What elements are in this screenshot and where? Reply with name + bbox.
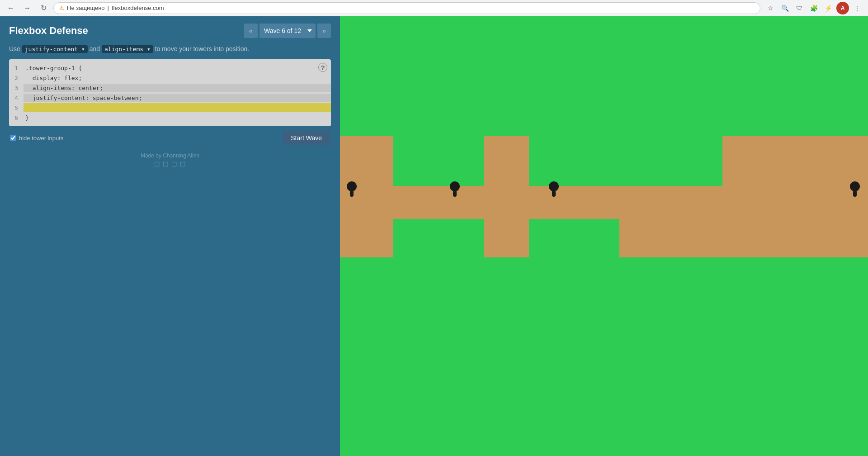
code-line-5[interactable]: 5	[9, 103, 331, 113]
hide-towers-label[interactable]: hide tower inputs	[10, 135, 63, 142]
left-panel: Flexbox Defense « Wave 6 of 12 Wave 1 of…	[0, 16, 340, 456]
line-number-6: 6	[9, 114, 24, 121]
instruction-prefix: Use	[9, 45, 20, 52]
app-title: Flexbox Defense	[9, 25, 88, 37]
tower-base-1	[350, 191, 354, 197]
forward-button[interactable]: →	[21, 2, 33, 14]
tower-base-4	[853, 191, 857, 197]
wave-next-button[interactable]: »	[317, 24, 331, 38]
profile-button[interactable]: А	[836, 2, 849, 14]
tower-head-1	[347, 181, 357, 191]
line-content-6: }	[24, 114, 331, 122]
social-icons: ☐ ☐ ☐ ☐	[9, 161, 331, 168]
menu-button[interactable]: ⋮	[851, 2, 863, 14]
tower-3	[549, 181, 559, 197]
line-content-2: display: flex;	[24, 74, 331, 82]
extension-btn2[interactable]: 🛡	[793, 2, 806, 14]
line-content-5[interactable]	[24, 103, 331, 112]
top-green-area	[340, 16, 868, 136]
keyword2[interactable]: align-items ▾	[102, 45, 153, 53]
tower-head-4	[850, 181, 860, 191]
code-line-1: 1 .tower-group-1 {	[9, 63, 331, 73]
reload-button[interactable]: ↻	[37, 2, 50, 14]
code-line-6: 6 }	[9, 113, 331, 123]
address-bar[interactable]: ⚠ Не защищено | flexboxdefense.com	[53, 2, 760, 14]
game-area	[340, 16, 868, 456]
github-icon[interactable]: ☐	[180, 161, 186, 168]
wave-controls: « Wave 6 of 12 Wave 1 of 12 Wave 2 of 12…	[244, 24, 331, 38]
wave-prev-button[interactable]: «	[244, 24, 258, 38]
line-number-4: 4	[9, 95, 24, 101]
start-wave-button[interactable]: Start Wave	[283, 131, 330, 145]
credits-text: Made by Channing Allen	[9, 152, 331, 159]
facebook-icon[interactable]: ☐	[154, 161, 160, 168]
tower-head-2	[450, 181, 460, 191]
linkedin-icon[interactable]: ☐	[171, 161, 177, 168]
path-green-block2	[529, 136, 619, 186]
tower-base-3	[552, 191, 556, 197]
instruction-suffix: to move your towers into position.	[155, 45, 250, 52]
path-green-bottom1	[393, 219, 484, 257]
app-header: Flexbox Defense « Wave 6 of 12 Wave 1 of…	[9, 24, 331, 38]
tower-head-3	[549, 181, 559, 191]
line-number-2: 2	[9, 75, 24, 81]
back-button[interactable]: ←	[5, 2, 17, 14]
path-green-block3	[618, 136, 722, 186]
code-line-2: 2 display: flex;	[9, 73, 331, 83]
game-panel: 🔊	[340, 16, 868, 456]
help-button[interactable]: ?	[318, 63, 327, 72]
extension-btn1[interactable]: 🔍	[778, 2, 791, 14]
line-content-3: align-items: center;	[24, 84, 331, 92]
tower-base-2	[453, 191, 457, 197]
bookmark-button[interactable]: ☆	[764, 2, 777, 14]
url-text: |	[108, 5, 109, 11]
wave-selector[interactable]: Wave 6 of 12 Wave 1 of 12 Wave 2 of 12 W…	[259, 24, 316, 38]
sync-button[interactable]: ⚡	[822, 2, 835, 14]
extensions-button[interactable]: 🧩	[807, 2, 820, 14]
line-content-1: .tower-group-1 {	[24, 64, 331, 72]
security-icon: ⚠	[59, 5, 64, 11]
url-display: flexboxdefense.com	[112, 5, 164, 11]
tower-2	[450, 181, 460, 197]
tower-4	[850, 181, 860, 197]
hide-towers-text: hide tower inputs	[19, 135, 63, 142]
browser-chrome: ← → ↻ ⚠ Не защищено | flexboxdefense.com…	[0, 0, 868, 16]
hide-towers-checkbox[interactable]	[10, 135, 16, 141]
line-content-4: justify-content: space-between;	[24, 94, 331, 102]
line-number-3: 3	[9, 85, 24, 91]
path-green-bottom2	[529, 219, 619, 257]
footer-credits: Made by Channing Allen ☐ ☐ ☐ ☐	[9, 152, 331, 168]
code-editor: ? 1 .tower-group-1 { 2 display: flex; 3 …	[9, 59, 331, 126]
code-line-4: 4 justify-content: space-between;	[9, 93, 331, 103]
editor-footer: hide tower inputs Start Wave	[9, 131, 331, 145]
line-number-5: 5	[9, 104, 24, 111]
browser-actions: ☆ 🔍 🛡 🧩 ⚡ А ⋮	[764, 2, 863, 14]
bottom-green-area	[340, 257, 868, 456]
security-label: Не защищено	[67, 5, 105, 11]
code-line-3: 3 align-items: center;	[9, 83, 331, 93]
tower-1	[347, 181, 357, 197]
main-content: Flexbox Defense « Wave 6 of 12 Wave 1 of…	[0, 16, 868, 456]
path-green-block1	[393, 136, 484, 186]
keyword1[interactable]: justify-content ▾	[22, 45, 88, 53]
instruction-text: Use justify-content ▾ and align-items ▾ …	[9, 44, 331, 54]
twitter-icon[interactable]: ☐	[163, 161, 169, 168]
line-number-1: 1	[9, 65, 24, 71]
